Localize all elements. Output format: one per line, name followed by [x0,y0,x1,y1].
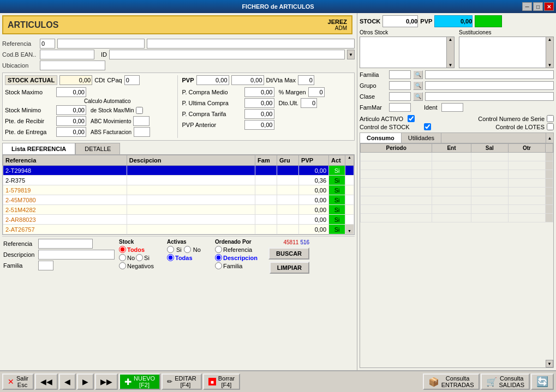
search-fam-input[interactable] [38,261,53,270]
search-ref-input[interactable] [38,239,93,249]
consumo-tab[interactable]: Consumo [360,133,402,143]
cell-ref: 2-51M4282 [3,205,127,215]
stock-filter-label: Stock [119,239,163,245]
ubicacion-input[interactable] [40,61,105,70]
p-ultima-compra-input[interactable] [244,98,274,108]
pte-recibir-input[interactable] [56,116,86,126]
pte-entrega-input[interactable] [56,127,86,137]
stock-minimo-input[interactable] [56,105,86,115]
borrar-button[interactable]: ■ Borrar [F4] [203,373,241,390]
abc-input[interactable] [133,116,150,126]
prev-button[interactable]: ◀ [59,373,76,390]
referencia-input[interactable] [57,39,145,49]
orden-desc-radio[interactable] [215,254,222,261]
table-scrollbar[interactable]: ▲ [345,155,354,166]
stock-right-input[interactable] [382,15,418,27]
id-input[interactable] [109,50,345,59]
table-row[interactable]: 2-AT26757 0,00 Si ▼ [3,225,354,234]
referencia-extra-input[interactable] [147,39,355,49]
table-row[interactable]: 1-579819 0,00 Si [3,185,354,195]
tab-lista-referencia[interactable]: Lista REFERENCIA [2,143,75,154]
dto-ult-input[interactable] [301,98,317,108]
sust-scrollbar[interactable]: ▲ ▼ [546,37,553,68]
refresh-button[interactable]: 🔄 [531,373,554,390]
stock-actual-input[interactable] [59,75,92,85]
otros-stock-scrollbar[interactable]: ▲ ▼ [446,37,454,68]
familia-input[interactable] [389,70,411,79]
search-desc-input[interactable] [38,250,115,260]
pvp-main-input2[interactable] [231,75,264,85]
close-button[interactable]: ✕ [544,2,554,11]
ident-input[interactable] [441,103,463,112]
limpiar-button[interactable]: LIMPIAR [270,262,309,274]
control-stock-checkbox[interactable] [424,123,431,130]
buscar-button[interactable]: BUSCAR [268,248,309,260]
stock-no-radio[interactable] [119,254,126,261]
p-compra-tarifa-input[interactable] [244,109,274,119]
consumo-scroll-down[interactable]: ▼ [546,360,553,367]
pte-recibir-label: Pte. de Recibir [5,118,54,124]
table-row[interactable]: 2-45M7080 0,00 Si [3,195,354,205]
grupo-input[interactable] [389,81,411,90]
activas-si-radio[interactable] [167,246,174,253]
stock-todos-radio[interactable] [119,246,126,253]
orden-fam-radio[interactable] [215,262,222,269]
clase-search-btn[interactable]: 🔍 [413,92,423,101]
minimize-button[interactable]: ─ [522,2,532,11]
consulta-salidas-button[interactable]: 🛒 Consulta SALIDAS [481,373,530,390]
cpaq-input[interactable] [124,75,140,85]
table-row[interactable]: 2-R375 0,36 Si [3,176,354,185]
table-row[interactable]: 2-AR88023 0,00 Si [3,215,354,225]
col-header-act: Act [329,155,345,166]
next-button[interactable]: ▶ [77,373,94,390]
cell-fam [255,195,277,205]
table-row[interactable]: 2-T29948 0,00 Si [3,166,354,176]
ubicacion-label: Ubicacion [2,62,38,69]
pvp-right-input[interactable] [434,15,473,27]
table-row[interactable]: 2-51M4282 0,00 Si [3,205,354,215]
ident-label: Ident [424,104,437,111]
restore-button[interactable]: □ [533,2,543,11]
stock-minmax-checkbox[interactable] [136,107,143,114]
fammar-input[interactable] [389,103,411,112]
grupo-name-input[interactable] [425,81,554,90]
codbean-input[interactable] [40,50,94,59]
consulta-entradas-button[interactable]: 📦 Consulta ENTRADAS [423,373,480,390]
nuevo-button[interactable]: ✚ NUEVO [F2] [119,373,160,390]
cell-gru [277,205,299,215]
familia-search-btn[interactable]: 🔍 [413,70,423,79]
dtvta-max-input[interactable] [298,75,314,85]
control-lotes-checkbox[interactable] [547,123,554,130]
clase-name-input[interactable] [425,92,554,101]
forward-button[interactable]: ▶▶ [95,373,118,390]
stock-negativos-radio[interactable] [119,262,126,269]
cell-pvp: 0,00 [299,195,329,205]
tab-detalle[interactable]: DETALLE [75,143,120,154]
grupo-search-btn[interactable]: 🔍 [413,81,423,90]
pct-margen-input[interactable] [308,87,325,97]
utilidades-tab[interactable]: Utilidades [402,133,441,143]
cell-desc [127,215,255,225]
clase-input[interactable] [389,92,411,101]
cu-row [361,214,553,222]
stock-si-radio[interactable] [136,254,143,261]
articulo-activo-checkbox[interactable] [408,115,415,122]
stock-maximo-input[interactable] [56,87,86,97]
abs-input[interactable] [134,127,150,137]
p-compra-medio-input[interactable] [244,87,274,97]
activas-no-radio[interactable] [184,246,191,253]
control-num-serie-checkbox[interactable] [547,115,554,122]
consumo-scroll-up[interactable]: ▲ [546,133,553,143]
back-button[interactable]: ◀◀ [35,373,58,390]
familia-name-input[interactable] [425,70,554,79]
borrar-icon: ■ [208,378,216,385]
editar-button[interactable]: ✏ EDITAR [F4] [162,373,202,390]
pvp-main-input[interactable] [196,75,229,85]
pvp-anterior-input[interactable] [244,120,274,130]
orden-ref-radio[interactable] [215,246,222,253]
activas-todas-radio[interactable] [167,254,174,261]
codbean-scroll[interactable]: ▼ [347,50,355,59]
referencia-short-input[interactable] [40,39,55,49]
salir-button[interactable]: ✕ Salir Esc [2,373,34,390]
fammar-label: FamMar [360,104,387,111]
